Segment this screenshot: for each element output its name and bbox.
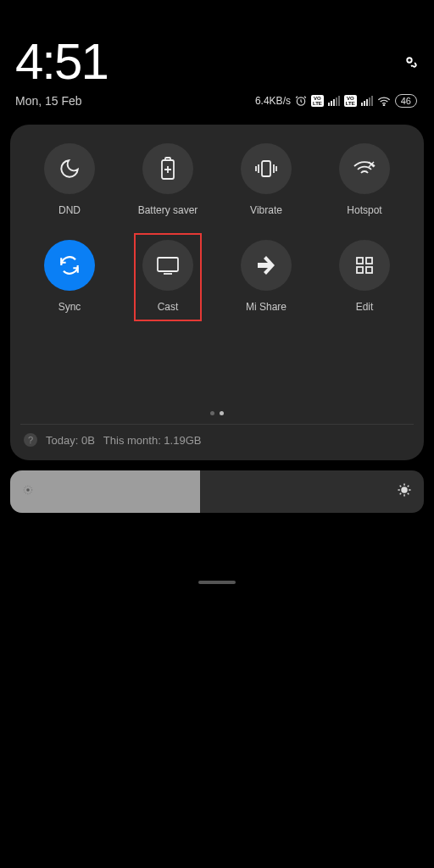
- cast-icon: [142, 240, 193, 291]
- data-usage-today: Today: 0B: [46, 434, 95, 447]
- tile-sync[interactable]: Sync: [20, 240, 119, 313]
- data-speed: 6.4KB/s: [255, 95, 291, 107]
- svg-rect-5: [336, 97, 337, 106]
- signal-icon-1: [328, 96, 340, 106]
- wifi-icon: [377, 96, 391, 106]
- svg-rect-7: [361, 103, 363, 106]
- svg-rect-15: [262, 161, 270, 176]
- svg-rect-3: [331, 101, 332, 106]
- brightness-high-icon: [397, 482, 412, 501]
- hotspot-icon: [339, 143, 390, 194]
- clock-time: 4:51: [15, 32, 108, 91]
- signal-icon-2: [361, 96, 373, 106]
- tile-dnd[interactable]: DND: [20, 143, 119, 216]
- svg-rect-17: [357, 258, 363, 264]
- brightness-low-icon: [22, 484, 34, 499]
- quick-settings-header: 4:51 Mon, 15 Feb 6.4KB/s VOLTE VOLTE: [0, 0, 434, 108]
- mi-share-icon: [241, 240, 292, 291]
- svg-rect-20: [366, 267, 372, 273]
- battery-plus-icon: [142, 143, 193, 194]
- tile-label: DND: [58, 204, 81, 216]
- battery-indicator: 46: [395, 94, 417, 108]
- tile-label: Cast: [158, 301, 179, 313]
- svg-rect-11: [371, 96, 373, 106]
- svg-rect-10: [369, 97, 370, 106]
- drag-handle[interactable]: [198, 581, 236, 584]
- quick-settings-tiles: DND Battery saver Vibrate Hotspot Sync: [20, 143, 414, 313]
- brightness-fill: [10, 470, 200, 513]
- svg-rect-18: [366, 258, 372, 264]
- svg-point-23: [402, 487, 407, 492]
- divider: [20, 424, 414, 425]
- settings-icon[interactable]: [400, 51, 419, 73]
- grid-icon: [339, 240, 390, 291]
- data-usage-month: This month: 1.19GB: [103, 434, 202, 447]
- svg-rect-2: [328, 103, 330, 106]
- alarm-icon: [295, 95, 307, 107]
- svg-point-12: [383, 105, 384, 106]
- tile-edit[interactable]: Edit: [315, 240, 414, 313]
- status-bar: 6.4KB/s VOLTE VOLTE 46: [255, 94, 417, 108]
- highlight-box: Cast: [134, 233, 202, 321]
- info-icon: ?: [24, 433, 37, 447]
- brightness-slider[interactable]: [10, 470, 424, 513]
- svg-rect-6: [338, 96, 340, 106]
- moon-icon: [44, 143, 95, 194]
- tile-hotspot[interactable]: Hotspot: [315, 143, 414, 216]
- page-indicator: [20, 411, 414, 415]
- tile-cast[interactable]: Cast: [119, 240, 217, 313]
- tile-label: Vibrate: [250, 204, 282, 216]
- sync-icon: [44, 240, 95, 291]
- tile-label: Mi Share: [246, 301, 287, 313]
- tile-mi-share[interactable]: Mi Share: [217, 240, 315, 313]
- tile-battery-saver[interactable]: Battery saver: [119, 143, 217, 216]
- tile-label: Sync: [58, 301, 81, 313]
- svg-rect-19: [357, 267, 363, 273]
- date-label: Mon, 15 Feb: [15, 94, 82, 108]
- volte-badge-1: VOLTE: [311, 95, 324, 107]
- panel-spacer: [20, 313, 414, 406]
- svg-rect-16: [158, 258, 178, 271]
- vibrate-icon: [241, 143, 292, 194]
- tile-label: Edit: [356, 301, 374, 313]
- svg-rect-8: [364, 101, 365, 106]
- tile-label: Hotspot: [347, 204, 381, 216]
- svg-rect-14: [165, 158, 170, 160]
- tile-vibrate[interactable]: Vibrate: [217, 143, 315, 216]
- tile-label: Battery saver: [138, 204, 198, 216]
- data-usage-row[interactable]: ? Today: 0B This month: 1.19GB: [20, 433, 414, 450]
- quick-settings-panel: DND Battery saver Vibrate Hotspot Sync: [10, 125, 424, 460]
- svg-point-0: [407, 58, 412, 63]
- volte-badge-2: VOLTE: [344, 95, 357, 107]
- svg-point-21: [26, 488, 30, 492]
- page-dot: [210, 411, 214, 415]
- svg-rect-9: [366, 99, 368, 106]
- page-dot-active: [220, 411, 224, 415]
- svg-rect-4: [333, 99, 335, 106]
